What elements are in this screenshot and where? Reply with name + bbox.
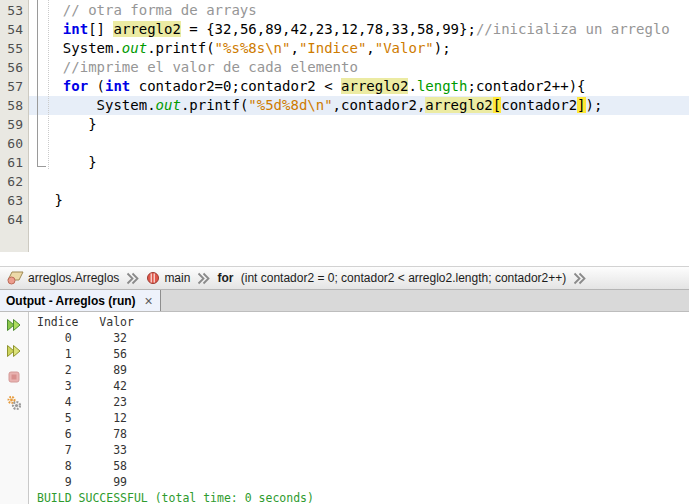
breadcrumb-separator: [197, 272, 210, 285]
code-token: //imprime el valor de cada elemento: [46, 59, 358, 75]
code-token: out: [156, 97, 181, 113]
line-number[interactable]: 56: [0, 58, 28, 77]
output-line: 2 89: [37, 362, 689, 378]
code-token: );: [434, 40, 451, 56]
code-token: (: [88, 78, 105, 94]
code-token: }: [46, 154, 97, 170]
output-line: 1 56: [37, 346, 689, 362]
output-line: 8 58: [37, 458, 689, 474]
code-token: length: [417, 78, 468, 94]
code-token: "%s%8s\n": [215, 40, 291, 56]
output-line: 4 23: [37, 394, 689, 410]
code-token: ;contador2++){: [467, 78, 585, 94]
line-number-gutter[interactable]: 535455565758596061626364: [0, 0, 29, 252]
output-toolbar: [0, 312, 29, 504]
code-token: }: [46, 116, 97, 132]
fold-scope-line-end: [37, 166, 46, 167]
output-line: 3 42: [37, 378, 689, 394]
code-line[interactable]: System.out.printf("%s%8s\n","Indice","Va…: [46, 39, 689, 58]
chevron-right-icon: [573, 272, 586, 285]
close-icon[interactable]: ×: [145, 294, 153, 308]
code-token: );: [586, 97, 603, 113]
code-token: [: [493, 97, 501, 113]
breadcrumb-separator: [573, 272, 586, 285]
line-number[interactable]: 59: [0, 115, 28, 134]
output-line: 7 33: [37, 442, 689, 458]
line-number[interactable]: 62: [0, 172, 28, 191]
code-token: [46, 21, 63, 37]
code-token: []: [88, 21, 113, 37]
code-token: System.: [46, 97, 156, 113]
code-rows[interactable]: // otra forma de arrays int[] arreglo2 =…: [46, 0, 689, 252]
class-icon: [7, 271, 24, 285]
tab-output-arreglos-run[interactable]: Output - Arreglos (run) ×: [0, 290, 161, 311]
line-number[interactable]: 55: [0, 39, 28, 58]
code-token: .printf(: [181, 97, 248, 113]
line-number[interactable]: 63: [0, 191, 28, 210]
code-line[interactable]: System.out.printf("%5d%8d\n",contador2,a…: [46, 96, 689, 115]
output-line: 6 78: [37, 426, 689, 442]
code-token: int: [63, 21, 88, 37]
output-line: BUILD SUCCESSFUL (total time: 0 seconds): [37, 490, 689, 504]
line-number[interactable]: 60: [0, 134, 28, 153]
breadcrumb-separator: [126, 272, 139, 285]
code-token: //inicializa un arreglo: [476, 21, 670, 37]
code-fold-margin[interactable]: [29, 0, 46, 252]
code-token: contador2: [501, 97, 577, 113]
output-line: 0 32: [37, 330, 689, 346]
code-token: for: [63, 78, 88, 94]
output-tab-bar: Output - Arreglos (run) ×: [0, 290, 689, 312]
breadcrumb-label: arreglos.Arreglos: [28, 271, 119, 285]
line-number[interactable]: 58: [0, 96, 28, 115]
stop-button[interactable]: [3, 367, 25, 387]
fold-scope-line: [37, 0, 38, 167]
output-panel: Indice Valor 0 32 1 56 2 89 3 42 4 23 5 …: [0, 312, 689, 504]
rerun-alt-button[interactable]: [3, 341, 25, 361]
rerun-alt-icon: [6, 343, 22, 359]
breadcrumb-item[interactable]: main: [146, 271, 190, 285]
tab-title: Output - Arreglos (run): [6, 294, 136, 308]
code-line[interactable]: //imprime el valor de cada elemento: [46, 58, 689, 77]
code-token: int: [105, 78, 130, 94]
stop-icon: [6, 369, 22, 385]
line-number[interactable]: 53: [0, 1, 28, 20]
code-token: out: [122, 40, 147, 56]
code-token: }: [46, 192, 63, 208]
output-line: 9 99: [37, 474, 689, 490]
code-token: ]: [577, 97, 585, 113]
code-editor[interactable]: 535455565758596061626364 // otra forma d…: [0, 0, 689, 252]
output-console[interactable]: Indice Valor 0 32 1 56 2 89 3 42 4 23 5 …: [29, 312, 689, 504]
method-icon: [146, 271, 160, 285]
code-line[interactable]: [46, 172, 689, 191]
code-line[interactable]: [46, 210, 689, 229]
code-token: arreglo2: [341, 78, 408, 94]
code-line[interactable]: }: [46, 153, 689, 172]
code-token: System.: [46, 40, 122, 56]
line-number[interactable]: 61: [0, 153, 28, 172]
editor-hscrollbar[interactable]: [0, 252, 689, 266]
code-token: .: [408, 78, 416, 94]
code-token: arreglo2: [425, 97, 492, 113]
line-number[interactable]: 57: [0, 77, 28, 96]
code-token: // otra forma de arrays: [46, 2, 257, 18]
code-line[interactable]: int[] arreglo2 = {32,56,89,42,23,12,78,3…: [46, 20, 689, 39]
rerun-icon: [6, 317, 22, 333]
code-token: ,contador2,: [333, 97, 426, 113]
code-line[interactable]: [46, 134, 689, 153]
code-line[interactable]: // otra forma de arrays: [46, 1, 689, 20]
line-number[interactable]: 64: [0, 210, 28, 229]
code-token: ,: [366, 40, 374, 56]
breadcrumb-label: (int contador2 = 0; contador2 < arreglo2…: [237, 271, 566, 285]
code-line[interactable]: }: [46, 191, 689, 210]
code-line[interactable]: }: [46, 115, 689, 134]
line-number[interactable]: 54: [0, 20, 28, 39]
breadcrumb-item[interactable]: for (int contador2 = 0; contador2 < arre…: [217, 271, 566, 285]
options-icon: [6, 395, 22, 411]
code-token: "%5d%8d\n": [248, 97, 332, 113]
code-token: arreglo2: [113, 21, 180, 37]
breadcrumb-item[interactable]: arreglos.Arreglos: [7, 271, 119, 285]
code-line[interactable]: for (int contador2=0;contador2 < arreglo…: [46, 77, 689, 96]
breadcrumb-label: main: [164, 271, 190, 285]
options-button[interactable]: [3, 393, 25, 413]
rerun-button[interactable]: [3, 315, 25, 335]
